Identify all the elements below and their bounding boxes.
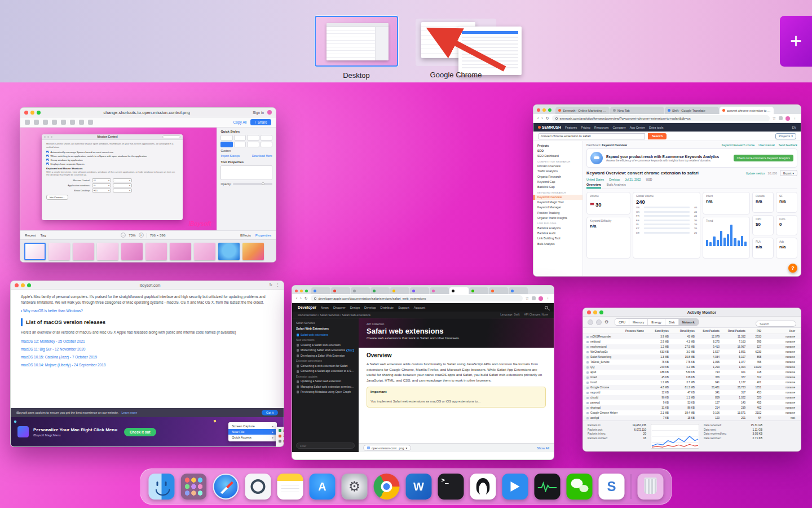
browser-tab[interactable]: [410, 287, 429, 294]
close-button[interactable]: [587, 310, 591, 314]
filmstrip-thumbnail[interactable]: [145, 243, 167, 260]
dock-s-app[interactable]: S: [599, 474, 625, 500]
browser-tab-active[interactable]: convert chrome extension to s...: [720, 107, 774, 114]
menu-icon[interactable]: ⋮: [793, 116, 797, 121]
space-desktop-thumbnail[interactable]: [315, 16, 398, 67]
shapes-icon[interactable]: [61, 120, 66, 125]
filmstrip-thumbnail[interactable]: [170, 243, 191, 260]
zoom-button[interactable]: [37, 111, 41, 115]
show-all-button[interactable]: Show All: [537, 446, 549, 450]
inspect-process-button[interactable]: [596, 319, 602, 325]
close-button[interactable]: [15, 283, 19, 287]
column-header[interactable]: User: [764, 330, 797, 332]
close-button[interactable]: [537, 108, 540, 112]
country-filter[interactable]: United States: [586, 178, 604, 181]
got-it-button[interactable]: Got it: [262, 410, 278, 415]
sidebar-item[interactable]: Managing Safari web extension permission…: [296, 384, 355, 389]
minimize-button[interactable]: [30, 111, 34, 115]
back-icon[interactable]: ‹: [537, 116, 539, 120]
sidebar-item[interactable]: Link Building Tool: [533, 236, 582, 241]
preview-window[interactable]: change-shortcuts-to-open-mission-control…: [20, 107, 276, 262]
dock-notes[interactable]: [277, 474, 303, 500]
sidebar-item-seo-dashboard[interactable]: SEO Dashboard: [533, 153, 582, 158]
chrome-developer-docs-window[interactable]: ‹ › ↻ developer.apple.com/documentation/…: [292, 285, 554, 460]
browser-tab[interactable]: New Tab: [610, 107, 664, 114]
keyword-search-input[interactable]: convert chrome extension to safari: [538, 133, 645, 139]
reload-icon[interactable]: ↻: [546, 116, 549, 121]
zoom-in-button[interactable]: +: [139, 233, 144, 238]
language-selector[interactable]: EN: [792, 126, 797, 129]
space-desktop[interactable]: Desktop: [315, 16, 398, 67]
sidebar-item[interactable]: Keyword Magic Tool: [533, 200, 582, 205]
download-chip[interactable]: open-mission-cont...png ▾: [363, 445, 411, 451]
share-button[interactable]: ↑ Share: [250, 119, 271, 125]
quick-link[interactable]: Keyword Research course: [722, 143, 755, 147]
crop-icon[interactable]: [34, 120, 39, 125]
back-icon[interactable]: ‹: [296, 296, 297, 300]
tab-energy[interactable]: Energy: [648, 319, 665, 325]
sign-in-link[interactable]: Sign in: [253, 111, 264, 115]
language-meta[interactable]: Language: Swift: [500, 313, 519, 316]
table-row[interactable]: timed45 KB128 KB 356377312 noname: [583, 375, 801, 380]
copy-all-button[interactable]: Copy All: [233, 120, 247, 124]
minimize-button[interactable]: [593, 310, 597, 314]
dock-tencent-docs[interactable]: [502, 474, 528, 500]
sidebar-item[interactable]: Position Tracking: [533, 210, 582, 215]
close-button[interactable]: [24, 111, 28, 115]
browser-tab[interactable]: [489, 287, 508, 294]
minimize-button[interactable]: [542, 108, 546, 112]
dock-monitor-app[interactable]: [535, 474, 561, 500]
table-row[interactable]: apsd188 KB539 KB 743921118 noname: [583, 370, 801, 375]
browser-tab[interactable]: [331, 287, 350, 294]
tab-bulk-analysis[interactable]: Bulk Analysis: [607, 183, 626, 189]
nav-item[interactable]: Account: [414, 306, 425, 309]
chrome-semrush-window[interactable]: Semrush - Online Marketing C... New Tab …: [533, 104, 801, 277]
search-button[interactable]: Search: [648, 133, 667, 139]
add-space-button[interactable]: +: [780, 16, 812, 67]
annotate-icon[interactable]: [43, 120, 48, 125]
table-row[interactable]: Safari Networking1.3 MB15.8 MB 4,0345,10…: [583, 354, 801, 360]
version-link[interactable]: macOS 10.15: Catalina (Jazz) - 7 October…: [21, 354, 273, 360]
activity-monitor-window[interactable]: Activity Monitor ⚙ CPU Memory Energy Dis…: [582, 308, 801, 452]
bookmark-star-icon[interactable]: ☆: [526, 296, 529, 301]
semrush-logo[interactable]: SEMRUSH: [538, 125, 561, 129]
breadcrumb[interactable]: Documentation / Safari Services / Safari…: [298, 313, 370, 317]
browser-tab[interactable]: [370, 287, 390, 294]
nav-item[interactable]: Distribute: [381, 306, 394, 309]
nav-item[interactable]: Support: [398, 306, 409, 309]
browser-tab[interactable]: [509, 287, 528, 294]
table-row[interactable]: Google Chrome Helper2.1 MB38.4 MB 9,1061…: [583, 410, 801, 415]
nav-item[interactable]: Resources: [594, 126, 609, 129]
profile-avatar[interactable]: [539, 296, 543, 301]
version-link[interactable]: macOS 10.14: Mojave (Liberty) - 24 Septe…: [21, 362, 273, 368]
column-header[interactable]: PID: [748, 330, 764, 332]
sidebar-item-seo[interactable]: SEO: [533, 148, 582, 153]
table-row[interactable]: nsurlsessiond1.2 MB27.5 MB 9,41016,96752…: [583, 344, 801, 349]
table-row[interactable]: QQ249 KB4.2 MB 1,2991,90414029 noname: [583, 365, 801, 370]
update-metrics-link[interactable]: Update metrics: [746, 172, 765, 175]
dock-terminal[interactable]: >_: [438, 474, 464, 500]
nav-item[interactable]: Develop: [364, 306, 376, 309]
gear-icon[interactable]: ⚙: [604, 320, 608, 325]
text-tool-icon[interactable]: [52, 120, 57, 125]
tab-memory[interactable]: Memory: [629, 319, 648, 325]
tab-network[interactable]: Network: [679, 319, 698, 325]
table-row[interactable]: WeChatAppEx633 KB3.0 MB 1,5271,8916233 n…: [583, 349, 801, 354]
device-filter[interactable]: Desktop: [609, 178, 620, 181]
sidebar-item-projects[interactable]: Projects: [533, 143, 582, 148]
zoom-button[interactable]: [548, 108, 551, 112]
browser-tab[interactable]: Shift - Google Translate: [665, 107, 719, 114]
tab-disk[interactable]: Disk: [665, 319, 679, 325]
zoom-out-button[interactable]: −: [121, 233, 126, 238]
dock-launchpad[interactable]: [181, 474, 207, 500]
column-header[interactable]: Rcvd Packets: [722, 330, 748, 332]
nav-item[interactable]: Discover: [333, 306, 346, 309]
menu-icon[interactable]: ⋮: [276, 283, 280, 287]
nav-item[interactable]: Pricing: [581, 126, 590, 129]
projects-button[interactable]: Projects▾: [775, 133, 796, 139]
extensions-icon[interactable]: [532, 296, 536, 300]
filter-input[interactable]: [296, 443, 355, 449]
banner-cta-button[interactable]: Check out E-commerce Keyword Analytics: [734, 155, 793, 161]
close-button[interactable]: [295, 290, 298, 292]
sidebar-item[interactable]: Backlink Audit: [533, 231, 582, 236]
